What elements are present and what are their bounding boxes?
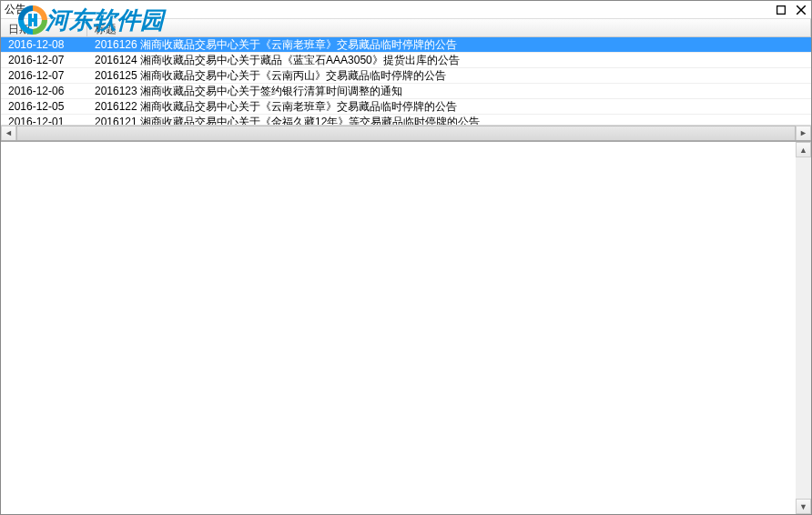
announcement-window: 公告 日期 标题 2016-12-08 2016126 湘商收藏品交易中心关于《…: [0, 0, 812, 515]
list-body: 2016-12-08 2016126 湘商收藏品交易中心关于《云南老班章》交易藏…: [1, 37, 811, 125]
content-panel: ▲ ▼: [1, 142, 811, 514]
cell-date: 2016-12-07: [1, 68, 87, 83]
scroll-down-arrow[interactable]: ▼: [796, 499, 811, 514]
list-row[interactable]: 2016-12-07 2016125 湘商收藏品交易中心关于《云南丙山》交易藏品…: [1, 68, 811, 84]
cell-date: 2016-12-05: [1, 99, 87, 114]
scroll-left-arrow[interactable]: ◄: [1, 126, 16, 141]
scroll-track[interactable]: [16, 126, 796, 141]
column-header-title[interactable]: 标题: [87, 19, 811, 36]
cell-date: 2016-12-08: [1, 37, 87, 52]
announcement-list-panel: 日期 标题 2016-12-08 2016126 湘商收藏品交易中心关于《云南老…: [1, 19, 811, 142]
cell-date: 2016-12-01: [1, 115, 87, 125]
svg-rect-3: [777, 5, 786, 14]
list-row[interactable]: 2016-12-05 2016122 湘商收藏品交易中心关于《云南老班章》交易藏…: [1, 99, 811, 115]
cell-date: 2016-12-06: [1, 84, 87, 98]
scroll-thumb[interactable]: [16, 126, 796, 141]
titlebar: 公告: [1, 1, 811, 19]
scroll-up-arrow[interactable]: ▲: [796, 142, 811, 157]
horizontal-scrollbar[interactable]: ◄ ►: [1, 125, 811, 140]
vertical-scrollbar[interactable]: ▲ ▼: [796, 142, 811, 514]
close-button[interactable]: [795, 4, 807, 16]
scroll-right-arrow[interactable]: ►: [796, 126, 811, 141]
list-row[interactable]: 2016-12-08 2016126 湘商收藏品交易中心关于《云南老班章》交易藏…: [1, 37, 811, 53]
maximize-button[interactable]: [775, 4, 787, 16]
window-title: 公告: [5, 2, 26, 17]
list-row[interactable]: 2016-12-06 2016123 湘商收藏品交易中心关于签约银行清算时间调整…: [1, 84, 811, 99]
cell-title: 2016121 湘商收藏品交易中心关于《金福久藏12年》等交易藏品临时停牌的公告: [87, 114, 811, 126]
scroll-track[interactable]: [796, 157, 811, 499]
column-header-date[interactable]: 日期: [1, 19, 87, 36]
list-header: 日期 标题: [1, 19, 811, 37]
list-row[interactable]: 2016-12-01 2016121 湘商收藏品交易中心关于《金福久藏12年》等…: [1, 115, 811, 125]
list-row[interactable]: 2016-12-07 2016124 湘商收藏品交易中心关于藏品《蓝宝石AAA3…: [1, 53, 811, 68]
cell-date: 2016-12-07: [1, 53, 87, 67]
